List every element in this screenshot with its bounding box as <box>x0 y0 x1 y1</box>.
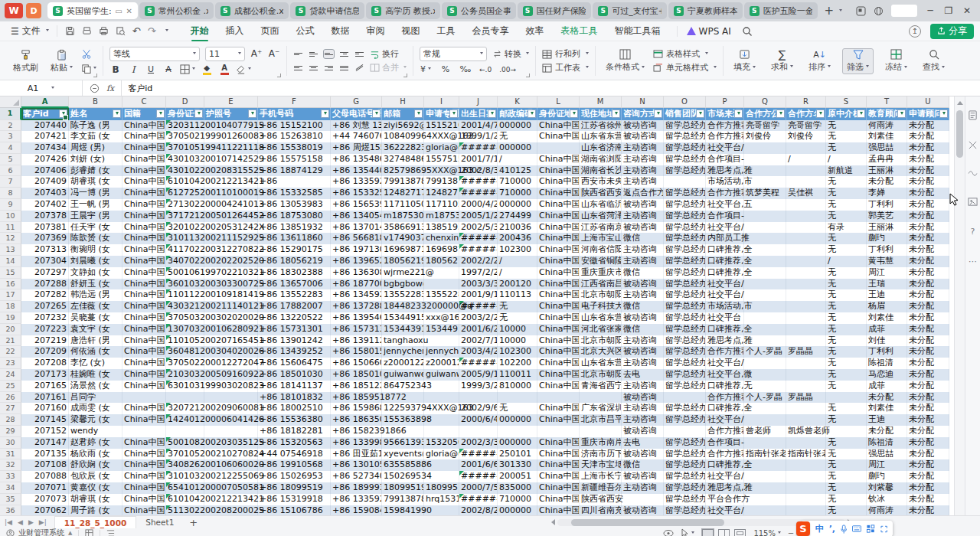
cell[interactable]: 000000 <box>498 142 537 154</box>
cell[interactable]: 何雨涛 <box>867 505 907 515</box>
cell[interactable]: 四川省南充 <box>580 505 622 515</box>
cell[interactable]: China中国 <box>537 335 580 347</box>
cell[interactable]: 黄嘉仪 (女 <box>69 482 122 494</box>
cell[interactable]: 无 <box>826 301 867 312</box>
cell[interactable]: 825798695XXX@163.c <box>382 165 424 177</box>
cell[interactable]: 2005/1/26 <box>459 211 498 222</box>
column-header-H[interactable]: H <box>382 96 424 108</box>
cell[interactable]: 王晨宇 (男 <box>69 211 122 222</box>
row-header-21[interactable]: 21 <box>0 335 21 347</box>
cell[interactable] <box>786 369 826 381</box>
justify-icon[interactable] <box>339 64 349 72</box>
row-header-4[interactable]: 4 <box>0 142 21 154</box>
cell[interactable]: China中国 <box>122 505 166 515</box>
cell[interactable]: +86 18099519 <box>258 482 331 494</box>
cell[interactable]: +86 1340540988 <box>331 211 382 222</box>
align-center-icon[interactable] <box>309 64 318 72</box>
row-header-11[interactable]: 11 <box>0 222 21 234</box>
cell[interactable]: China中国 <box>122 482 166 494</box>
cell[interactable]: 合作方推荐 <box>706 449 744 460</box>
cell[interactable]: 平台合作方 <box>706 494 744 505</box>
cell[interactable]: 合作方推荐 <box>706 346 744 358</box>
cell[interactable]: 无 <box>826 494 867 505</box>
cell[interactable]: 留学总经办 <box>664 482 706 494</box>
cell[interactable]: 207208 <box>21 358 69 369</box>
cell[interactable]: 未分配 <box>867 392 907 404</box>
currency-format-button[interactable]: ¥ <box>420 64 432 76</box>
cell[interactable]: 000000 <box>498 437 537 449</box>
row-header-34[interactable]: 34 <box>0 482 21 494</box>
cell[interactable]: 500106199702210321 <box>166 267 204 279</box>
menu-item-9[interactable]: 效率 <box>518 21 553 41</box>
row-header-14[interactable]: 14 <box>0 256 21 267</box>
cell[interactable]: 合作方推荐 <box>706 120 744 132</box>
cell[interactable] <box>786 312 826 324</box>
cell[interactable]: 主动咨询 <box>622 414 664 426</box>
cut-icon[interactable] <box>81 49 92 59</box>
cell[interactable]: 北京市朝阳 <box>580 335 622 347</box>
filter-dropdown-icon[interactable] <box>897 109 906 118</box>
cell[interactable] <box>122 392 166 404</box>
thousands-format-button[interactable]: ‰ <box>459 64 472 76</box>
cell[interactable]: 无 <box>826 233 867 244</box>
output-icon[interactable] <box>82 26 92 36</box>
filter-dropdown-icon[interactable] <box>194 109 203 118</box>
filter-dropdown-icon[interactable] <box>654 109 662 118</box>
visibility-icon[interactable] <box>663 530 674 536</box>
cell[interactable]: 无 <box>498 131 537 142</box>
cell[interactable]: 135522836 <box>424 289 459 301</box>
cell[interactable]: 山东省临沂 <box>580 199 622 211</box>
cell[interactable]: 200436 <box>498 233 537 244</box>
cell[interactable]: +86 1580156591 <box>331 346 382 358</box>
cell[interactable]: 13851932 <box>424 222 459 234</box>
cell[interactable]: +86 1851229020 <box>331 381 382 392</box>
cell[interactable] <box>786 165 826 177</box>
cell[interactable]: 122593794XXX@163. <box>382 403 424 414</box>
column-header-J[interactable]: J <box>459 96 498 108</box>
cell[interactable]: China中国 <box>122 414 166 426</box>
cell[interactable] <box>786 335 826 347</box>
cell[interactable]: 冯一博 (男 <box>69 188 122 199</box>
worksheet-button[interactable]: 工作表 <box>542 62 589 74</box>
row-header-35[interactable]: 35 <box>0 494 21 505</box>
cell[interactable]: 山东省东营 <box>580 131 622 142</box>
menu-item-2[interactable]: 页面 <box>253 21 288 41</box>
cell[interactable]: +86 18874129 <box>258 165 331 177</box>
cell[interactable] <box>537 392 580 404</box>
cell[interactable]: 市场活动,市 <box>706 301 744 312</box>
cell[interactable]: 口碑推荐,全 <box>706 267 744 279</box>
cell[interactable] <box>744 289 786 301</box>
cell[interactable]: 无 <box>826 267 867 279</box>
cell[interactable]: +86 13552283 <box>258 289 331 301</box>
cell[interactable]: China中国 <box>122 154 166 165</box>
cell[interactable]: 2002/7/16 <box>459 335 498 347</box>
cell[interactable]: 山东省菏泽 <box>580 211 622 222</box>
cell[interactable]: 未分配 <box>907 392 949 404</box>
cell[interactable]: 吴佳祺 <box>786 188 826 199</box>
cell[interactable]: 未分配 <box>907 188 949 199</box>
status-grid-icon[interactable] <box>85 529 93 536</box>
row-header-24[interactable]: 24 <box>0 369 21 381</box>
table-row[interactable]: 17207282韩浩远 (男China中国110112200109181419+… <box>0 289 954 301</box>
column-header-G[interactable]: G <box>331 96 382 108</box>
cell[interactable]: 200120 <box>498 279 537 290</box>
cell[interactable]: 电子科技大 <box>580 301 622 312</box>
cell[interactable]: 207232 <box>21 312 69 324</box>
filter-dropdown-icon[interactable] <box>776 109 785 118</box>
cell[interactable]: 北京市昌平 <box>580 414 622 426</box>
cell[interactable]: 430103200107142529 <box>166 154 204 165</box>
cell[interactable]: xxx@163.c <box>424 312 459 324</box>
cell[interactable]: China中国 <box>122 301 166 312</box>
cell[interactable]: 2001/6/28 <box>459 324 498 335</box>
first-sheet-icon[interactable]: |◀ <box>5 518 12 526</box>
cell[interactable]: China中国 <box>537 301 580 312</box>
cell[interactable]: 250101 <box>498 449 537 460</box>
cell[interactable]: +86 1971308900 <box>331 244 382 256</box>
cell[interactable]: 留学总经办 <box>664 199 706 211</box>
cell[interactable]: 200051 <box>498 471 537 482</box>
cell[interactable]: +86 56681836 <box>331 233 382 244</box>
cell[interactable]: 天津市宝坻 <box>580 459 622 471</box>
cell[interactable]: 180995191 <box>424 482 459 494</box>
cell[interactable]: China中国 <box>537 414 580 426</box>
restore-button[interactable]: ❐ <box>943 5 954 16</box>
